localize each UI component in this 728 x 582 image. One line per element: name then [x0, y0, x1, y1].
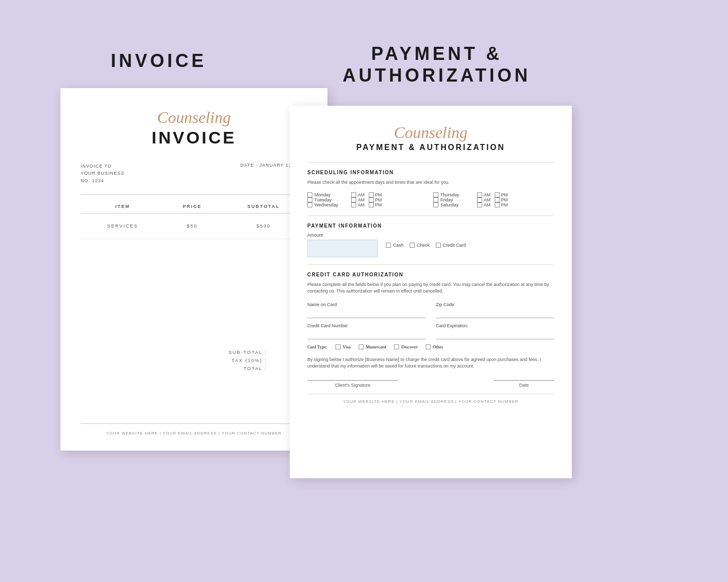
friday-pm-checkbox[interactable]: [495, 197, 500, 202]
payment-row: Amount Cash Check Credit Card: [307, 233, 554, 257]
signature-row: Client's Signature Date: [307, 380, 554, 388]
wednesday-am-checkbox[interactable]: [351, 202, 356, 207]
payment-page-title: PAYMENT & AUTHORIZATION: [343, 43, 531, 86]
saturday-checkbox[interactable]: [433, 202, 438, 207]
cash-checkbox[interactable]: [386, 243, 391, 248]
invoice-to-label: INVOICE TO: [81, 164, 112, 169]
credit-card-option: Credit Card: [436, 243, 466, 248]
saturday-pm-checkbox[interactable]: [495, 202, 500, 207]
wednesday-pm-checkbox[interactable]: [369, 202, 374, 207]
tuesday-label: Tuesday: [314, 197, 347, 202]
payment-info-section: PAYMENT INFORMATION Amount Cash Check Cr…: [307, 223, 554, 257]
monday-pm: PM: [369, 192, 382, 197]
signature-line: [307, 380, 398, 381]
amount-col: Amount: [307, 233, 378, 257]
thursday-label: Thursday: [440, 192, 473, 197]
discover-label: Discover: [401, 344, 418, 349]
name-on-card-line[interactable]: [307, 309, 426, 318]
wednesday-am: AM: [351, 202, 365, 207]
expiration-line[interactable]: [436, 330, 554, 339]
tuesday-am-checkbox[interactable]: [351, 197, 356, 202]
invoice-meta-left: INVOICE TO YOUR BUSINESS NO. 1234: [81, 163, 124, 184]
auth-agreement-text: By signing below I authorize [Business N…: [307, 356, 554, 370]
tuesday-checkbox[interactable]: [307, 197, 312, 202]
discover-option: Discover: [394, 344, 418, 349]
cc-field-row-1: Name on Card Zip Code:: [307, 302, 554, 318]
payment-heading-line1: PAYMENT &: [371, 43, 502, 64]
subtotal-label: SUB-TOTAL :: [217, 350, 267, 355]
scheduling-left-col: Monday AM PM Tuesday AM PM: [307, 192, 428, 207]
saturday-label: Saturday: [440, 202, 473, 207]
credit-card-label: Credit Card: [443, 243, 466, 248]
card-types: Card Type: Visa Mastercard Discover Othe…: [307, 344, 554, 349]
cc-number-line[interactable]: [307, 330, 426, 339]
payment-divider-top: [307, 162, 554, 163]
tax-label: TAX (10%) :: [217, 358, 267, 363]
friday-label: Friday: [440, 197, 473, 202]
zip-line[interactable]: [436, 309, 554, 318]
friday-am: AM: [477, 197, 491, 202]
col-price: PRICE: [165, 200, 220, 213]
scheduling-subtext: Please check all the appointment days an…: [307, 179, 554, 186]
invoice-main-title: INVOICE: [152, 128, 236, 147]
payment-divider-mid: [307, 215, 554, 216]
scheduling-right-col: Thursday AM PM Friday AM PM: [433, 192, 554, 207]
saturday-am-checkbox[interactable]: [477, 202, 482, 207]
cash-label: Cash: [393, 243, 404, 248]
invoice-number: NO. 1234: [81, 178, 104, 183]
visa-checkbox[interactable]: [336, 344, 341, 349]
friday-checkbox[interactable]: [433, 197, 438, 202]
tuesday-pm-checkbox[interactable]: [369, 197, 374, 202]
mastercard-option: Mastercard: [359, 344, 386, 349]
zip-label: Zip Code:: [436, 302, 554, 307]
day-monday: Monday AM PM: [307, 192, 428, 197]
invoice-divider-top: [81, 194, 307, 195]
invoice-business-name: YOUR BUSINESS: [81, 171, 124, 176]
amount-label: Amount: [307, 233, 378, 238]
thursday-am-checkbox[interactable]: [477, 192, 482, 197]
thursday-pm-checkbox[interactable]: [495, 192, 500, 197]
row-item: SERVICES: [81, 213, 165, 239]
invoice-page-title: INVOICE: [111, 50, 207, 71]
monday-pm-checkbox[interactable]: [369, 192, 374, 197]
payment-heading-line2: AUTHORIZATION: [343, 65, 531, 86]
tuesday-pm: PM: [369, 197, 382, 202]
date-block: Date: [494, 380, 554, 388]
tax-row: TAX (10%) : $50: [81, 358, 307, 363]
wednesday-checkbox[interactable]: [307, 202, 312, 207]
cc-fields: Name on Card Zip Code: Credit Card Numbe…: [307, 302, 554, 339]
mastercard-checkbox[interactable]: [359, 344, 364, 349]
saturday-pm: PM: [495, 202, 508, 207]
invoice-totals: SUB-TOTAL : $500 TAX (10%) : $50 TOTAL :…: [81, 350, 307, 371]
other-label: Other: [433, 344, 443, 349]
tuesday-am: AM: [351, 197, 365, 202]
friday-pm: PM: [495, 197, 508, 202]
thursday-am: AM: [477, 192, 491, 197]
signature-label: Client's Signature: [335, 383, 370, 388]
visa-option: Visa: [336, 344, 351, 349]
date-line: [494, 380, 554, 381]
subtotal-row: SUB-TOTAL : $500: [81, 350, 307, 355]
scheduling-heading: SCHEDULING INFORMATION: [307, 170, 554, 175]
credit-card-checkbox[interactable]: [436, 243, 441, 248]
day-thursday: Thursday AM PM: [433, 192, 554, 197]
monday-checkbox[interactable]: [307, 192, 312, 197]
other-checkbox[interactable]: [426, 344, 431, 349]
cc-auth-heading: CREDIT CARD AUTHORIZATION: [307, 272, 554, 277]
expiration-field: Card Expiration:: [436, 323, 554, 339]
row-price: $50: [165, 213, 220, 239]
discover-checkbox[interactable]: [394, 344, 399, 349]
col-item: ITEM: [81, 200, 165, 213]
amount-input-box[interactable]: [307, 240, 378, 257]
days-grid: Monday AM PM Tuesday AM PM: [307, 192, 554, 207]
invoice-header: Counseling INVOICE: [81, 108, 307, 148]
check-checkbox[interactable]: [410, 243, 415, 248]
day-tuesday: Tuesday AM PM: [307, 197, 428, 202]
table-row: SERVICES $50 $500: [81, 213, 307, 239]
friday-am-checkbox[interactable]: [477, 197, 482, 202]
thursday-pm: PM: [495, 192, 508, 197]
monday-am-checkbox[interactable]: [351, 192, 356, 197]
check-option: Check: [410, 243, 430, 248]
cc-auth-text: Please complete all the fields below if …: [307, 281, 554, 295]
thursday-checkbox[interactable]: [433, 192, 438, 197]
